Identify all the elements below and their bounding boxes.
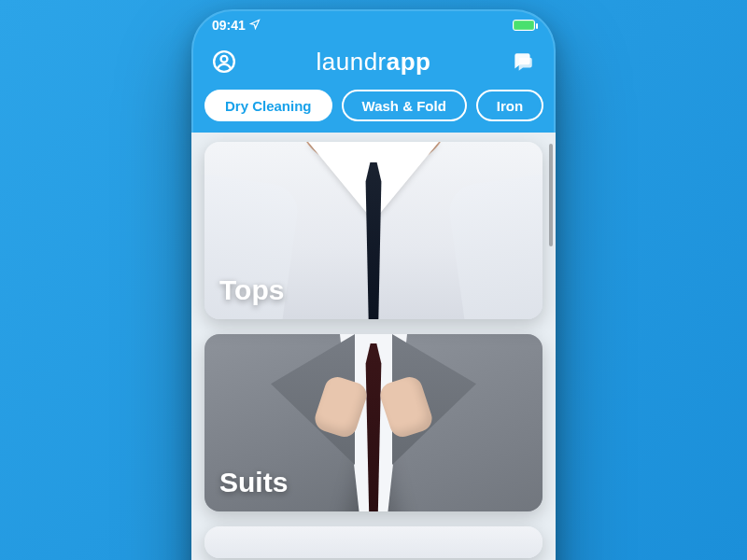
category-card-suits[interactable]: Suits bbox=[204, 334, 543, 511]
profile-button[interactable] bbox=[208, 46, 240, 77]
status-bar: 09:41 bbox=[191, 9, 556, 41]
category-label: Tops bbox=[219, 274, 284, 306]
category-list[interactable]: Tops Suits bbox=[191, 133, 556, 560]
tab-wash-and-fold[interactable]: Wash & Fold bbox=[342, 90, 467, 121]
illustration bbox=[446, 173, 543, 319]
tab-iron[interactable]: Iron bbox=[476, 90, 543, 121]
app-title: laundrapp bbox=[316, 48, 430, 77]
location-icon bbox=[249, 18, 261, 33]
brand-light: laundr bbox=[316, 48, 386, 76]
status-time: 09:41 bbox=[212, 18, 246, 33]
phone-frame: 09:41 laundrapp Dry Cleaning Wash & Fold bbox=[191, 9, 556, 560]
app-header: laundrapp bbox=[191, 41, 556, 82]
category-label: Suits bbox=[219, 467, 288, 498]
tab-label: Iron bbox=[497, 98, 523, 114]
tab-dry-cleaning[interactable]: Dry Cleaning bbox=[204, 90, 332, 121]
chat-button[interactable] bbox=[507, 46, 539, 77]
service-tabs: Dry Cleaning Wash & Fold Iron bbox=[191, 82, 556, 133]
tab-label: Wash & Fold bbox=[362, 98, 446, 114]
svg-point-1 bbox=[221, 56, 228, 63]
category-card-next[interactable] bbox=[204, 526, 543, 558]
category-card-tops[interactable]: Tops bbox=[204, 142, 543, 319]
brand-bold: app bbox=[387, 48, 431, 76]
tab-label: Dry Cleaning bbox=[225, 98, 312, 114]
scroll-indicator bbox=[549, 144, 553, 246]
battery-icon bbox=[513, 20, 535, 31]
